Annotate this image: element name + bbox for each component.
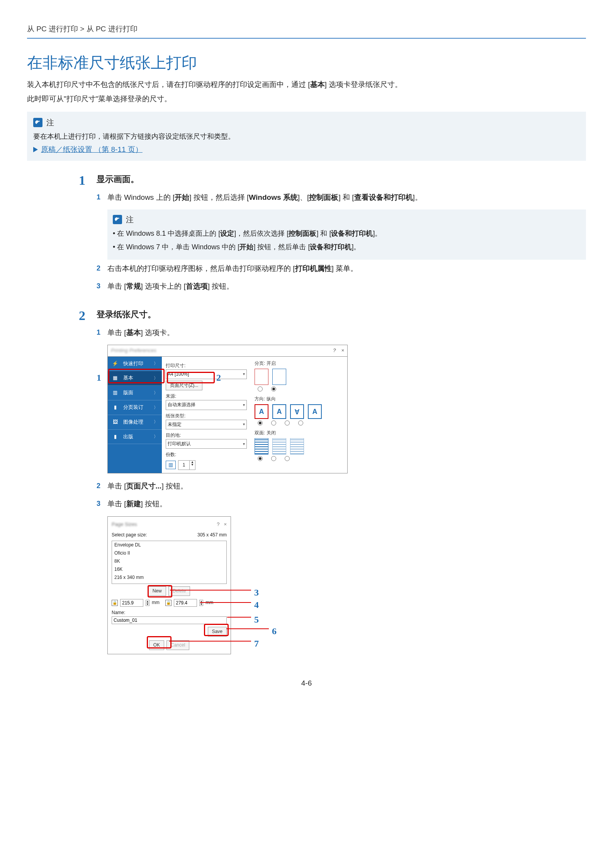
b: Windows 系统 xyxy=(249,193,298,201)
chevron-down-icon: ▾ xyxy=(243,402,245,408)
dialog-printing-preferences: Printing Preferences ? × ⚡快速打印〉 ▦基本〉 ▥版面… xyxy=(107,345,348,473)
step-2-3-body: 单击 [新建] 按钮。 xyxy=(107,498,586,510)
tab-layout[interactable]: ▥版面〉 xyxy=(108,386,162,400)
chevron-right-icon: 〉 xyxy=(154,404,158,411)
b: 查看设备和打印机 xyxy=(354,193,413,201)
duplex-radio-3[interactable] xyxy=(285,456,290,461)
t: ] 按钮，然后选择 [ xyxy=(189,193,249,201)
callout-4: 4 xyxy=(254,597,259,612)
nup-group: 分页: 开启 xyxy=(255,360,343,391)
highlight-save-button xyxy=(204,624,229,636)
section-1-steps-cont: 2 右击本机的打印驱动程序图标，然后单击打印驱动程序的 [打印机属性] 菜单。 … xyxy=(97,263,586,293)
step-1-1: 1 单击 Windows 上的 [开始] 按钮，然后选择 [Windows 系统… xyxy=(97,192,586,203)
orientation-landscape-flip[interactable]: A xyxy=(308,404,322,419)
t: ] 和 [ xyxy=(338,193,354,201)
spinner-down-icon[interactable]: ▼ xyxy=(200,603,203,606)
b: 开始 xyxy=(239,243,253,251)
chevron-right-icon: 〉 xyxy=(154,390,158,397)
duplex-option-1[interactable] xyxy=(255,438,268,454)
list-item[interactable]: 216 x 340 mm xyxy=(112,574,226,582)
name-input[interactable] xyxy=(112,616,227,624)
tab-imaging[interactable]: 🖼图像处理〉 xyxy=(108,415,162,430)
duplex-radio-1[interactable] xyxy=(258,456,263,461)
help-button[interactable]: ? xyxy=(333,347,336,355)
breadcrumb: 从 PC 进行打印 > 从 PC 进行打印 xyxy=(27,23,586,35)
t: 单击 [ xyxy=(107,282,126,290)
orient-radio-4[interactable] xyxy=(298,420,303,425)
lock-width-icon[interactable]: 🔒 xyxy=(112,600,118,606)
tab-label: 出版 xyxy=(123,433,151,441)
t: ]、[ xyxy=(298,193,309,201)
callout-7: 7 xyxy=(254,636,259,651)
help-button[interactable]: ? xyxy=(217,521,219,527)
duplex-radio-2[interactable] xyxy=(271,456,276,461)
duplex-option-3[interactable] xyxy=(290,438,304,454)
orient-radio-2[interactable] xyxy=(271,420,276,425)
print-size-label: 打印尺寸: xyxy=(166,362,247,369)
list-item[interactable]: 12 x 18 xyxy=(112,582,226,584)
orientation-label: 方向: 纵向 xyxy=(255,395,343,403)
width-input[interactable] xyxy=(120,599,143,607)
nup-option-2[interactable] xyxy=(272,369,286,385)
leader-3 xyxy=(170,590,251,591)
dest-select[interactable]: 打印机默认▾ xyxy=(166,439,247,449)
close-button[interactable]: × xyxy=(224,521,227,527)
unit-label: mm xyxy=(205,599,213,606)
inner-note-header: 注 xyxy=(113,213,581,226)
spinner-down-icon[interactable]: ▼ xyxy=(190,463,195,466)
media-label: 纸张类型: xyxy=(166,412,247,420)
intro-1: 装入本机打印尺寸中不包含的纸张尺寸后，请在打印驱动程序的打印设定画面中，通过 [… xyxy=(27,79,586,90)
close-button[interactable]: × xyxy=(341,347,344,355)
orient-radio-1[interactable] xyxy=(258,420,263,425)
highlight-ok-button xyxy=(147,636,172,648)
lock-height-icon[interactable]: 🔒 xyxy=(165,600,172,606)
page-size-listbox[interactable]: Envelope DL Oficio II 8K 16K 216 x 340 m… xyxy=(112,541,227,584)
t: ] 选项卡上的 [ xyxy=(141,282,186,290)
nup-label: 分页: 开启 xyxy=(255,360,343,367)
orientation-portrait-flip[interactable]: A xyxy=(290,404,304,419)
select-page-size-label: Select page size: xyxy=(112,531,147,539)
orient-radio-3[interactable] xyxy=(285,420,290,425)
copies-spinner[interactable]: 1 ▲▼ xyxy=(178,460,195,470)
tab-label: 版面 xyxy=(123,389,151,397)
top-rule xyxy=(27,38,586,39)
inner-note-item-2: 在 Windows 7 中，单击 Windows 中的 [开始] 按钮，然后单击… xyxy=(113,242,581,253)
step-2-2-body: 单击 [页面尺寸...] 按钮。 xyxy=(107,480,586,492)
image-icon: 🖼 xyxy=(112,419,119,425)
nup-radio-2[interactable] xyxy=(271,386,276,391)
t: ]。 xyxy=(351,243,360,251)
spinner-down-icon[interactable]: ▼ xyxy=(146,603,149,606)
list-item[interactable]: 16K xyxy=(112,565,226,574)
nup-radio-1[interactable] xyxy=(258,386,263,391)
t: ] 按钮，然后单击 [ xyxy=(253,243,310,251)
tab-finishing[interactable]: ▮分页装订〉 xyxy=(108,400,162,415)
t: ] 按钮。 xyxy=(161,482,188,490)
list-item[interactable]: Oficio II xyxy=(112,549,226,557)
section-1-heading: 显示画面。 xyxy=(97,172,586,186)
note-icon xyxy=(113,215,122,224)
tab-publishing[interactable]: ▮出版〉 xyxy=(108,430,162,444)
note-link[interactable]: 原稿／纸张设置 （第 8-11 页） xyxy=(41,144,143,155)
t: 单击 [ xyxy=(107,482,126,490)
list-item[interactable]: 8K xyxy=(112,557,226,565)
step-1-1-num: 1 xyxy=(97,192,107,203)
duplex-option-2[interactable] xyxy=(272,438,286,454)
orientation-portrait[interactable]: A xyxy=(255,404,268,419)
leader-5 xyxy=(227,617,251,618)
source-select[interactable]: 自动来源选择▾ xyxy=(166,400,247,410)
media-select[interactable]: 未指定▾ xyxy=(166,420,247,429)
t: ] 选项卡。 xyxy=(141,328,175,337)
inner-note-item-1: 在 Windows 8.1 中选择桌面上的 [设定]，然后依次选择 [控制面板]… xyxy=(113,228,581,239)
screenshot-printing-preferences: Printing Preferences ? × ⚡快速打印〉 ▦基本〉 ▥版面… xyxy=(107,345,355,473)
dialog-title: Printing Preferences xyxy=(111,347,156,355)
step-1-1-body: 单击 Windows 上的 [开始] 按钮，然后选择 [Windows 系统]、… xyxy=(107,192,586,203)
dimensions-row: 🔒 ▲▼ mm 🔒 ▲▼ mm xyxy=(112,599,227,607)
orientation-landscape[interactable]: A xyxy=(272,404,286,419)
step-2-2: 2 单击 [页面尺寸...] 按钮。 xyxy=(97,480,586,492)
dialog2-titlebar: Page Sizes ? × xyxy=(112,521,227,529)
layout-icon: ▥ xyxy=(112,390,119,397)
nup-option-1[interactable] xyxy=(255,369,268,385)
height-input[interactable] xyxy=(174,599,197,607)
list-item[interactable]: Envelope DL xyxy=(112,541,226,549)
b: 控制面板 xyxy=(289,230,316,237)
